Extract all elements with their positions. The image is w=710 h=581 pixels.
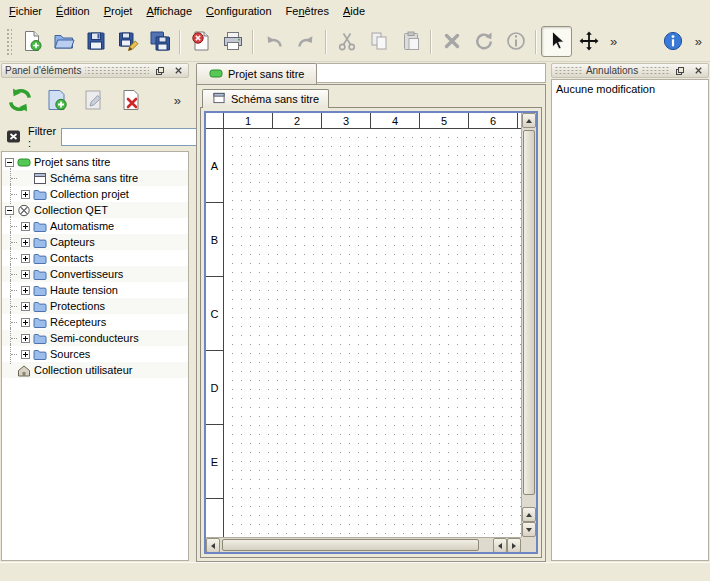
save-all-button[interactable] <box>144 26 175 57</box>
undo-panel: Annulations Aucune modification <box>550 62 710 562</box>
tree-item-semi-conducteurs[interactable]: Semi-conducteurs <box>2 330 188 346</box>
scroll-left-button-2[interactable] <box>493 538 507 553</box>
copy-button[interactable] <box>363 26 394 57</box>
paste-button[interactable] <box>395 26 426 57</box>
toolbar-overflow-button[interactable]: » <box>605 27 622 57</box>
tree-item-protections[interactable]: Protections <box>2 298 188 314</box>
tree-item-collection-qet[interactable]: Collection QET <box>2 202 188 218</box>
about-button[interactable] <box>658 26 689 57</box>
menu-fenetres[interactable]: Fenêtres <box>279 0 336 22</box>
scroll-down-button[interactable] <box>522 522 536 537</box>
toolbar-separator <box>430 30 432 54</box>
float-panel-button[interactable] <box>153 65 167 77</box>
clear-filter-button[interactable] <box>5 128 23 146</box>
tab-schema-sans-titre[interactable]: Schéma sans titre <box>202 89 329 108</box>
expand-expander-icon[interactable] <box>21 222 30 231</box>
save-as-button[interactable] <box>112 26 143 57</box>
select-mode-button[interactable] <box>541 26 572 57</box>
tree-item-capteurs[interactable]: Capteurs <box>2 234 188 250</box>
filter-input[interactable] <box>61 128 211 146</box>
horizontal-scroll-thumb[interactable] <box>222 539 479 551</box>
expand-expander-icon[interactable] <box>21 270 30 279</box>
expand-expander-icon[interactable] <box>21 254 30 263</box>
project-window: Schéma sans titre 1 2 3 4 5 6 <box>196 84 546 562</box>
vertical-scroll-thumb[interactable] <box>523 130 535 495</box>
close-panel-button[interactable] <box>691 65 705 77</box>
titlebar-grip[interactable] <box>642 67 669 74</box>
tree-item-recepteurs[interactable]: Récepteurs <box>2 314 188 330</box>
tree-item-haute-tension[interactable]: Haute tension <box>2 282 188 298</box>
expand-expander-icon[interactable] <box>21 318 30 327</box>
redo-button[interactable] <box>290 26 321 57</box>
delete-element-button[interactable] <box>115 85 147 117</box>
horizontal-scrollbar[interactable] <box>206 537 521 552</box>
rotate-button[interactable] <box>468 26 499 57</box>
menu-projet[interactable]: Projet <box>97 0 140 22</box>
folder-icon <box>33 332 47 345</box>
save-as-icon <box>117 30 139 54</box>
schema-canvas[interactable] <box>224 129 521 537</box>
save-button[interactable] <box>80 26 111 57</box>
vertical-scroll-track[interactable] <box>522 128 536 507</box>
undo-button[interactable] <box>258 26 289 57</box>
toolbar-overflow-button-right[interactable]: » <box>690 27 707 57</box>
panel-toolbar-overflow-button[interactable]: » <box>169 86 186 116</box>
tree-item-projet-sans-titre[interactable]: Projet sans titre <box>2 154 188 170</box>
tree-item-collection-projet[interactable]: Collection projet <box>2 186 188 202</box>
menu-edition[interactable]: Édition <box>49 0 97 22</box>
tree-item-collection-utilisateur[interactable]: Collection utilisateur <box>2 362 188 378</box>
expand-expander-icon[interactable] <box>21 286 30 295</box>
cut-button[interactable] <box>331 26 362 57</box>
elements-panel-titlebar[interactable]: Panel d'éléments <box>1 63 189 78</box>
tree-branch-line <box>5 330 18 346</box>
scroll-right-button[interactable] <box>507 538 521 553</box>
arrow-down-icon <box>526 528 532 532</box>
expand-expander-icon[interactable] <box>21 190 30 199</box>
reload-collections-button[interactable] <box>4 85 36 117</box>
collapse-expander-icon[interactable] <box>5 158 14 167</box>
filter-row: Filtrer : <box>0 123 190 151</box>
undo-panel-titlebar[interactable]: Annulations <box>551 63 709 78</box>
diagram-info-button[interactable] <box>500 26 531 57</box>
horizontal-scroll-track[interactable] <box>220 538 493 552</box>
tree-item-automatisme[interactable]: Automatisme <box>2 218 188 234</box>
close-file-button[interactable] <box>185 26 216 57</box>
titlebar-grip[interactable] <box>85 67 149 74</box>
tab-projet-sans-titre[interactable]: Projet sans titre <box>196 63 317 84</box>
float-panel-button[interactable] <box>673 65 687 77</box>
delete-cross-icon <box>441 30 463 54</box>
tree-branch-line <box>5 282 18 298</box>
print-button[interactable] <box>217 26 248 57</box>
titlebar-grip[interactable] <box>555 67 582 74</box>
scroll-up-button-2[interactable] <box>522 507 536 522</box>
open-folder-icon <box>53 30 75 54</box>
paste-icon <box>400 30 422 54</box>
delete-button[interactable] <box>436 26 467 57</box>
edit-element-button[interactable] <box>78 85 110 117</box>
close-panel-button[interactable] <box>171 65 185 77</box>
vertical-scrollbar[interactable] <box>521 113 536 537</box>
expand-expander-icon[interactable] <box>21 350 30 359</box>
expand-expander-icon[interactable] <box>21 302 30 311</box>
scroll-left-button[interactable] <box>206 538 220 553</box>
tree-item-contacts[interactable]: Contacts <box>2 250 188 266</box>
toolbar-handle[interactable] <box>6 28 12 56</box>
menu-configuration[interactable]: Configuration <box>199 0 278 22</box>
expand-expander-icon[interactable] <box>21 334 30 343</box>
open-project-button[interactable] <box>48 26 79 57</box>
row-header: A <box>206 129 223 203</box>
column-header: 3 <box>322 113 371 128</box>
new-project-button[interactable] <box>16 26 47 57</box>
pan-mode-button[interactable] <box>573 26 604 57</box>
undo-history-list[interactable]: Aucune modification <box>551 79 709 561</box>
tree-item-sources[interactable]: Sources <box>2 346 188 362</box>
tree-item-convertisseurs[interactable]: Convertisseurs <box>2 266 188 282</box>
expand-expander-icon[interactable] <box>21 238 30 247</box>
menu-affichage[interactable]: Affichage <box>139 0 199 22</box>
scroll-up-button[interactable] <box>522 113 536 128</box>
tree-item-schema-sans-titre[interactable]: Schéma sans titre <box>2 170 188 186</box>
menu-aide[interactable]: Aide <box>336 0 372 22</box>
menu-fichier[interactable]: Fichier <box>2 0 49 22</box>
collapse-expander-icon[interactable] <box>5 206 14 215</box>
new-element-button[interactable] <box>41 85 73 117</box>
